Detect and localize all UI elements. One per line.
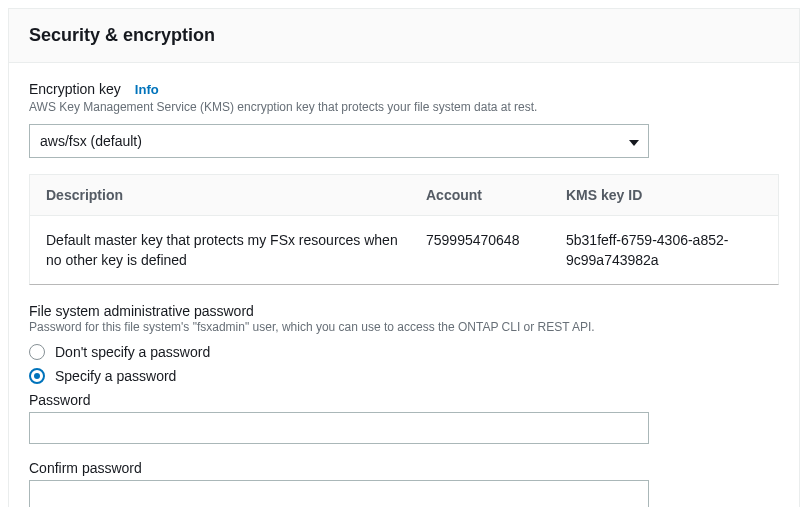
panel-header: Security & encryption [9, 9, 799, 63]
kms-key-table: Description Account KMS key ID Default m… [29, 174, 779, 286]
encryption-key-description: AWS Key Management Service (KMS) encrypt… [29, 99, 779, 116]
encryption-key-select-value: aws/fsx (default) [29, 124, 649, 158]
table-header: Description Account KMS key ID [30, 175, 778, 216]
th-description: Description [46, 187, 426, 203]
confirm-password-input[interactable] [29, 480, 649, 507]
th-kms-key-id: KMS key ID [566, 187, 762, 203]
confirm-password-label: Confirm password [29, 460, 779, 476]
td-account: 759995470648 [426, 230, 566, 271]
password-label: Password [29, 392, 779, 408]
security-encryption-panel: Security & encryption Encryption key Inf… [8, 8, 800, 507]
radio-inner-dot [34, 373, 40, 379]
td-description: Default master key that protects my FSx … [46, 230, 426, 271]
radio-dont-specify-password[interactable]: Don't specify a password [29, 344, 779, 360]
radio-label-specify: Specify a password [55, 368, 176, 384]
admin-password-label: File system administrative password [29, 303, 779, 319]
encryption-key-label-row: Encryption key Info [29, 81, 779, 97]
password-input[interactable] [29, 412, 649, 444]
panel-title: Security & encryption [29, 25, 779, 46]
radio-label-dont-specify: Don't specify a password [55, 344, 210, 360]
encryption-key-info-link[interactable]: Info [135, 82, 159, 97]
table-row: Default master key that protects my FSx … [30, 216, 778, 285]
radio-icon-selected [29, 368, 45, 384]
th-account: Account [426, 187, 566, 203]
admin-password-description: Password for this file system's "fsxadmi… [29, 319, 779, 336]
radio-specify-password[interactable]: Specify a password [29, 368, 779, 384]
panel-body: Encryption key Info AWS Key Management S… [9, 63, 799, 507]
radio-icon [29, 344, 45, 360]
td-kms-key-id: 5b31feff-6759-4306-a852-9c99a743982a [566, 230, 762, 271]
encryption-key-label: Encryption key [29, 81, 121, 97]
encryption-key-select[interactable]: aws/fsx (default) [29, 124, 649, 158]
